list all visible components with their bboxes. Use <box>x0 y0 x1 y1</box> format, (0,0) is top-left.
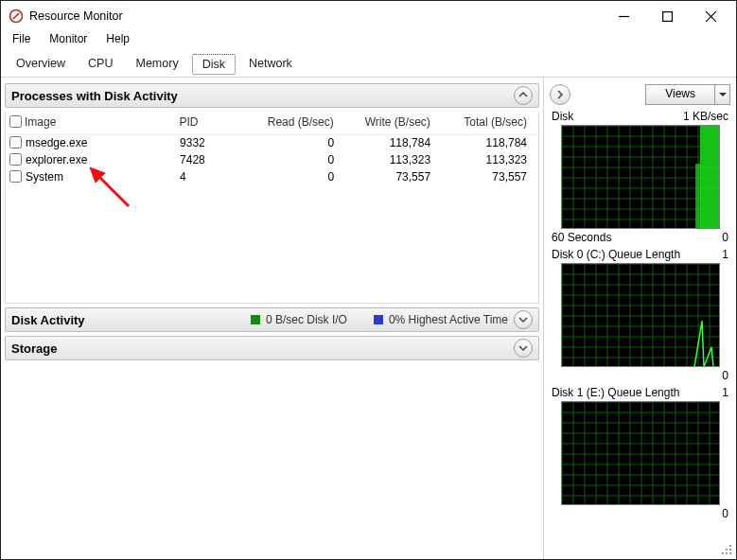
views-label: Views <box>646 85 714 104</box>
svg-rect-94 <box>729 552 731 554</box>
cell-read: 0 <box>237 136 334 151</box>
chart-title: Disk <box>552 110 573 123</box>
col-image[interactable]: Image <box>25 115 179 131</box>
cell-write: 118,784 <box>334 136 430 151</box>
right-panel: Views Disk 1 KB/sec 60 <box>543 78 736 559</box>
active-legend-icon <box>374 315 383 324</box>
resource-monitor-window: Resource Monitor File Monitor Help Overv… <box>0 0 737 560</box>
io-legend-label: 0 B/sec Disk I/O <box>266 313 347 326</box>
tab-network[interactable]: Network <box>239 54 302 75</box>
disk-activity-legend: 0 B/sec Disk I/O 0% Highest Active Time <box>251 313 508 326</box>
svg-marker-6 <box>719 93 727 96</box>
close-button[interactable] <box>689 2 732 30</box>
left-panel: Processes with Disk Activity Image PID R… <box>1 78 543 559</box>
table-row[interactable]: System 4 0 73,557 73,557 <box>6 169 538 186</box>
svg-rect-90 <box>726 549 728 551</box>
chart-disk: Disk 1 KB/sec 60 Seconds 0 <box>550 110 730 244</box>
maximize-button[interactable] <box>645 2 689 30</box>
views-dropdown[interactable]: Views <box>645 84 730 105</box>
chart-disk1-queue: Disk 1 (E:) Queue Length 1 0 <box>550 386 730 520</box>
app-icon <box>9 9 24 24</box>
table-header-row: Image PID Read (B/sec) Write (B/sec) Tot… <box>6 112 538 135</box>
col-write[interactable]: Write (B/sec) <box>334 115 430 131</box>
tabstrip: Overview CPU Memory Disk Network <box>1 50 736 78</box>
cell-image: explorer.exe <box>26 153 180 168</box>
col-total[interactable]: Total (B/sec) <box>430 115 533 131</box>
window-title: Resource Monitor <box>29 9 602 23</box>
col-read[interactable]: Read (B/sec) <box>237 115 334 131</box>
cell-total: 113,323 <box>430 153 533 168</box>
chart-canvas <box>561 125 720 229</box>
titlebar: Resource Monitor <box>1 1 736 31</box>
svg-line-1 <box>13 13 20 20</box>
chart-title: Disk 0 (C:) Queue Length <box>552 248 680 261</box>
chart-title: Disk 1 (E:) Queue Length <box>552 386 679 399</box>
menu-help[interactable]: Help <box>97 31 139 50</box>
svg-rect-93 <box>726 552 728 554</box>
menubar: File Monitor Help <box>1 31 736 50</box>
svg-rect-3 <box>662 11 672 21</box>
svg-rect-91 <box>729 549 731 551</box>
tab-disk[interactable]: Disk <box>192 54 236 75</box>
chart-scale: 1 <box>722 248 728 261</box>
processes-header[interactable]: Processes with Disk Activity <box>5 83 539 108</box>
expand-storage-icon[interactable] <box>514 339 533 358</box>
processes-title: Processes with Disk Activity <box>11 89 508 103</box>
disk-activity-title: Disk Activity <box>11 313 251 327</box>
table-row[interactable]: msedge.exe 9332 0 118,784 118,784 <box>6 135 538 152</box>
chart-canvas <box>561 263 720 367</box>
hide-charts-button[interactable] <box>550 84 570 105</box>
resize-grip-icon[interactable] <box>722 545 733 556</box>
menu-file[interactable]: File <box>3 31 40 50</box>
disk-activity-header[interactable]: Disk Activity 0 B/sec Disk I/O 0% Highes… <box>5 307 539 332</box>
chart-xaxis-label: 60 Seconds <box>552 231 611 244</box>
chart-min-label: 0 <box>722 231 728 244</box>
processes-table: Image PID Read (B/sec) Write (B/sec) Tot… <box>5 112 539 304</box>
col-pid[interactable]: PID <box>179 115 237 131</box>
minimize-button[interactable] <box>602 2 645 30</box>
chart-min-label: 0 <box>722 369 728 382</box>
right-panel-toolbar: Views <box>550 83 730 106</box>
select-all-checkbox[interactable] <box>9 115 22 128</box>
chart-canvas <box>561 401 720 505</box>
chart-disk0-queue: Disk 0 (C:) Queue Length 1 0 <box>550 248 730 382</box>
collapse-processes-icon[interactable] <box>514 86 533 105</box>
chart-scale: 1 <box>722 386 728 399</box>
cell-total: 73,557 <box>430 170 533 185</box>
tab-cpu[interactable]: CPU <box>79 54 122 75</box>
chevron-down-icon <box>714 85 729 104</box>
svg-rect-33 <box>700 126 720 229</box>
tab-overview[interactable]: Overview <box>7 54 75 75</box>
svg-rect-92 <box>722 552 724 554</box>
cell-pid: 4 <box>180 170 237 185</box>
storage-header[interactable]: Storage <box>5 336 539 360</box>
chart-scale: 1 KB/sec <box>683 110 728 123</box>
row-checkbox[interactable] <box>9 136 22 149</box>
cell-pid: 7428 <box>180 153 237 168</box>
io-legend-icon <box>251 315 260 324</box>
row-checkbox[interactable] <box>9 170 22 183</box>
cell-image: System <box>26 170 180 185</box>
cell-image: msedge.exe <box>26 136 180 151</box>
cell-read: 0 <box>237 170 334 185</box>
cell-write: 113,323 <box>334 153 430 168</box>
active-legend-label: 0% Highest Active Time <box>389 313 508 326</box>
cell-write: 73,557 <box>334 170 430 185</box>
svg-rect-89 <box>729 545 731 547</box>
svg-rect-34 <box>695 164 701 229</box>
menu-monitor[interactable]: Monitor <box>40 31 97 50</box>
tab-memory[interactable]: Memory <box>127 54 188 75</box>
row-checkbox[interactable] <box>9 153 22 166</box>
table-row[interactable]: explorer.exe 7428 0 113,323 113,323 <box>6 152 538 169</box>
chart-min-label: 0 <box>722 507 728 520</box>
expand-disk-activity-icon[interactable] <box>514 310 533 329</box>
cell-total: 118,784 <box>430 136 533 151</box>
cell-pid: 9332 <box>180 136 237 151</box>
storage-title: Storage <box>11 341 508 356</box>
cell-read: 0 <box>237 153 334 168</box>
